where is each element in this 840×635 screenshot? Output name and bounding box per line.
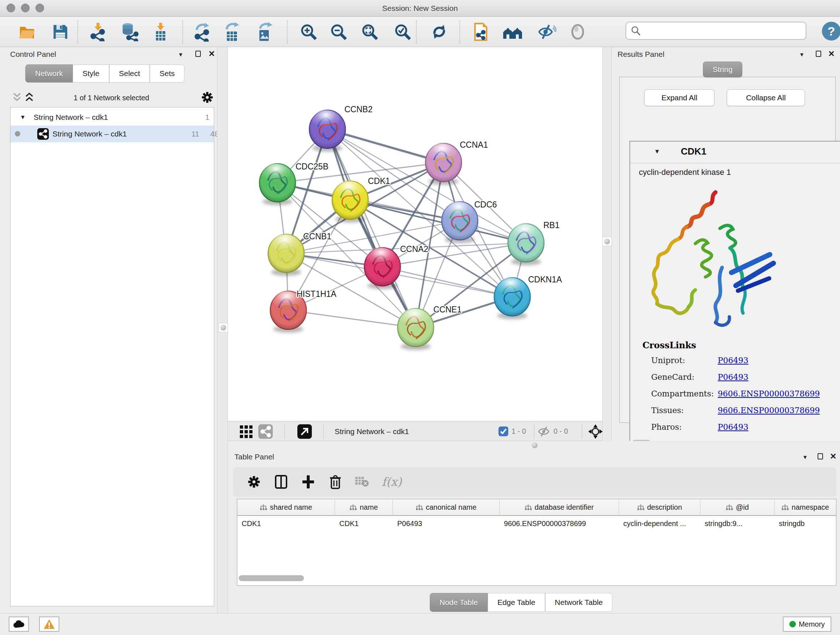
- table-cell[interactable]: 9606.ENSP00000378699: [500, 516, 619, 530]
- tab-node-table[interactable]: Node Table: [430, 593, 488, 612]
- table-cell[interactable]: stringdb: [775, 516, 836, 530]
- table-cell[interactable]: stringdb:9...: [700, 516, 775, 530]
- network-node-CDC25B[interactable]: [259, 164, 295, 205]
- network-collection-row[interactable]: ▼ String Network – cdk1 1: [11, 109, 214, 126]
- crosslink-link[interactable]: P06493: [718, 423, 748, 432]
- tab-select[interactable]: Select: [109, 65, 150, 82]
- table-horizontal-scrollbar[interactable]: [239, 575, 304, 581]
- expand-all-icon[interactable]: [24, 92, 35, 103]
- column-header[interactable]: shared name: [237, 499, 335, 516]
- zoom-out-button[interactable]: [328, 22, 349, 42]
- panel-menu-icon[interactable]: ▼: [799, 51, 805, 57]
- delete-table-button-disabled: [352, 472, 371, 492]
- export-network-button[interactable]: [193, 22, 213, 42]
- grid-view-icon[interactable]: [240, 425, 253, 438]
- network-view-mode-icon[interactable]: [258, 424, 273, 439]
- column-header[interactable]: description: [619, 499, 700, 516]
- zoom-fit-button[interactable]: [360, 22, 380, 42]
- warnings-button[interactable]: [39, 616, 59, 632]
- tab-sets[interactable]: Sets: [150, 65, 185, 82]
- table-cell[interactable]: cyclin-dependent ...: [619, 516, 700, 530]
- panel-menu-icon[interactable]: ▼: [178, 51, 183, 57]
- panel-float-icon[interactable]: [195, 51, 201, 57]
- crosslink-link[interactable]: 9606.ENSP00000378699: [718, 406, 820, 415]
- birds-eye-toggle-icon[interactable]: [588, 424, 603, 439]
- column-header[interactable]: database identifier: [500, 499, 619, 516]
- panel-float-icon[interactable]: [816, 51, 821, 57]
- crosslink-label: GeneCard:: [651, 372, 695, 382]
- panel-menu-icon[interactable]: ▼: [802, 454, 808, 460]
- network-node-CCNE1[interactable]: [398, 309, 434, 350]
- panel-close-icon[interactable]: ✕: [830, 452, 836, 461]
- show-all-button[interactable]: [568, 22, 588, 42]
- network-row-selected[interactable]: String Network – cdk1 11 48: [11, 126, 214, 142]
- network-node-RB1[interactable]: [508, 224, 544, 265]
- memory-button[interactable]: Memory: [783, 616, 831, 632]
- table-cell[interactable]: P06493: [393, 516, 500, 530]
- network-node-CCNB1[interactable]: [268, 234, 304, 276]
- apply-layout-button[interactable]: [429, 22, 449, 42]
- expand-all-button[interactable]: Expand All: [644, 89, 714, 106]
- import-network-from-database-button[interactable]: [119, 22, 139, 42]
- column-header[interactable]: @id: [700, 499, 775, 516]
- delete-column-button[interactable]: [325, 472, 345, 492]
- zoom-in-button[interactable]: [298, 22, 319, 42]
- panel-float-icon[interactable]: [818, 453, 823, 459]
- node-label-CCNB1: CCNB1: [303, 232, 332, 241]
- bottom-splitter-handle[interactable]: [532, 442, 538, 448]
- gear-icon[interactable]: [201, 91, 213, 103]
- collapse-all-icon[interactable]: [11, 92, 22, 103]
- panel-close-icon[interactable]: ✕: [208, 49, 215, 59]
- node-label-CCNA1: CCNA1: [460, 140, 488, 149]
- import-table-button[interactable]: [150, 22, 171, 42]
- table-cell[interactable]: CDK1: [237, 516, 335, 530]
- panel-close-icon[interactable]: ✕: [828, 49, 835, 59]
- crosslink-link[interactable]: P06493: [718, 372, 748, 382]
- column-header[interactable]: name: [335, 499, 393, 516]
- export-table-button[interactable]: [223, 22, 243, 42]
- collapse-all-button[interactable]: Collapse All: [727, 89, 805, 106]
- search-icon: [630, 25, 641, 36]
- export-image-button[interactable]: [255, 22, 275, 42]
- column-header[interactable]: namespace: [775, 499, 836, 516]
- tab-string[interactable]: String: [703, 62, 742, 78]
- table-cell[interactable]: CDK1: [335, 516, 393, 530]
- import-network-from-file-button[interactable]: [88, 22, 108, 42]
- column-header[interactable]: canonical name: [393, 499, 500, 516]
- show-columns-button[interactable]: [271, 472, 291, 492]
- network-graph[interactable]: CCNB2CCNA1CDC25BCDK1CDC6RB1CCNB1CCNA2CDK…: [228, 47, 603, 421]
- new-network-from-selection-button[interactable]: [471, 22, 491, 42]
- save-session-button[interactable]: [50, 22, 71, 42]
- gene-card-header[interactable]: ▼ CDK1: [630, 141, 840, 163]
- network-node-CCNB2[interactable]: [309, 110, 346, 152]
- search-input[interactable]: [641, 27, 806, 35]
- create-column-button[interactable]: [298, 472, 318, 492]
- network-node-CDKN1A[interactable]: [494, 278, 531, 319]
- tab-network[interactable]: Network: [25, 65, 73, 82]
- crosslink-link[interactable]: 9606.ENSP00000378699: [718, 389, 820, 398]
- right-splitter-handle[interactable]: [602, 237, 612, 246]
- control-panel: Control Panel ▼ ✕ NetworkStyleSelectSets…: [0, 47, 217, 613]
- cloud-button[interactable]: [9, 616, 29, 632]
- tree-expand-icon[interactable]: ▼: [20, 109, 26, 126]
- network-canvas[interactable]: CCNB2CCNA1CDC25BCDK1CDC6RB1CCNB1CCNA2CDK…: [228, 47, 603, 421]
- tab-style[interactable]: Style: [73, 65, 109, 82]
- zoom-selected-button[interactable]: [393, 22, 413, 42]
- hide-selected-button[interactable]: [537, 22, 557, 42]
- collapse-gene-icon[interactable]: ▼: [654, 148, 660, 155]
- detach-view-icon[interactable]: [297, 424, 312, 439]
- first-neighbors-button[interactable]: [502, 22, 523, 42]
- table-settings-button[interactable]: [244, 472, 264, 492]
- selected-checkbox[interactable]: [499, 426, 508, 436]
- tab-edge-table[interactable]: Edge Table: [488, 593, 545, 612]
- search-field[interactable]: [625, 22, 806, 40]
- gene-name: CDK1: [681, 146, 706, 157]
- left-splitter-handle[interactable]: [218, 323, 228, 333]
- crosslink-link[interactable]: P06493: [718, 356, 748, 365]
- open-session-button[interactable]: [17, 22, 37, 42]
- tab-network-table[interactable]: Network Table: [545, 593, 613, 612]
- network-node-CCNA1[interactable]: [425, 143, 462, 185]
- network-node-CDC6[interactable]: [442, 202, 478, 243]
- help-button[interactable]: ?: [822, 22, 840, 41]
- network-node-CCNA2[interactable]: [364, 248, 401, 289]
